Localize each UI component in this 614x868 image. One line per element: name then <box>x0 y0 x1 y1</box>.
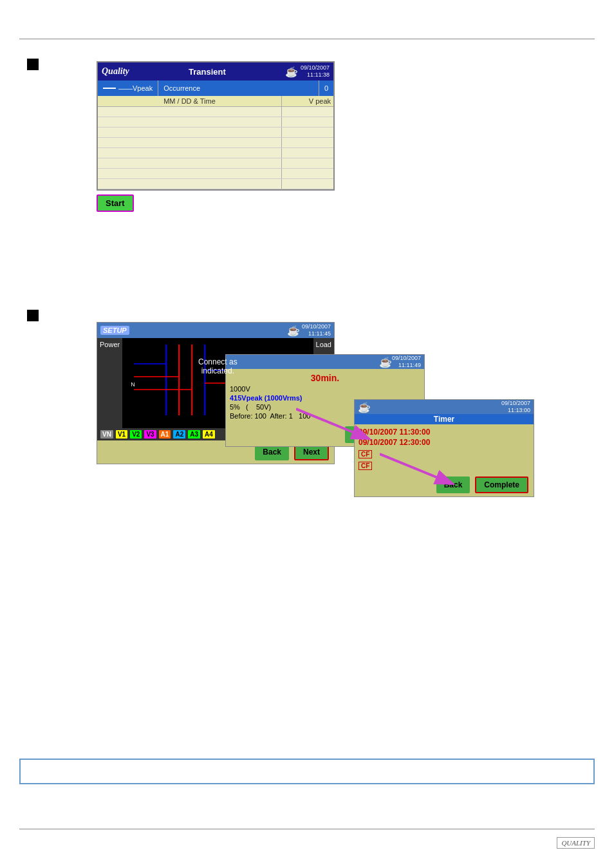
svg-text:N: N <box>131 381 135 388</box>
transient-screen-header: Quality Transient ☕ 09/10/200711:11:38 <box>98 62 333 80</box>
table-row <box>98 148 333 158</box>
ch-v3: V3 <box>144 430 156 439</box>
ch-a2: A2 <box>173 430 185 439</box>
table-row <box>98 158 333 169</box>
timer-label: Timer <box>355 414 534 424</box>
table-row <box>98 169 333 179</box>
cf-badge2: CF <box>358 462 372 470</box>
note-box <box>19 759 595 784</box>
setup-coffee-icon: ☕ <box>287 325 300 337</box>
setup2-header: ☕ 09/10/200711:11:49 <box>226 355 424 369</box>
setup-power-label: Power <box>97 338 122 428</box>
setup-logo: SETUP <box>100 326 129 335</box>
setup3-datetime: 09/10/200711:13:00 <box>501 400 530 414</box>
ch-a3: A3 <box>188 430 200 439</box>
setup3-header: ☕ 09/10/200711:13:00 <box>355 400 534 414</box>
setup2-row: 1000V <box>230 384 420 393</box>
svg-line-14 <box>380 454 451 483</box>
setup1-datetime: 09/10/200711:11:45 <box>302 323 331 337</box>
ch-vn: VN <box>100 430 113 439</box>
setup2-time: 30min. <box>230 372 420 384</box>
arrow1-container <box>296 406 373 447</box>
transient-datetime: 09/10/200711:11:38 <box>301 64 330 79</box>
col-mmdd-header: MM / DD & Time <box>98 96 282 106</box>
arrow2-svg <box>380 451 457 489</box>
timer-date2: 09/10/2007 12:30:00 <box>358 437 530 448</box>
cf-badge1: CF <box>358 450 372 458</box>
table-row <box>98 107 333 117</box>
start-btn-area: Start <box>97 194 341 212</box>
setup2-val1: 1000V <box>230 385 250 393</box>
section1-transient-screen: Quality Transient ☕ 09/10/200711:11:38 —… <box>97 61 341 212</box>
table-row <box>98 127 333 138</box>
setup-connect-text: Connect asindicated. <box>198 357 237 375</box>
transient-table: MM / DD & Time V peak <box>98 96 333 189</box>
table-row <box>98 138 333 148</box>
quality-logo: Quality <box>102 66 129 77</box>
ch-v2: V2 <box>130 430 142 439</box>
col-vpeak-header: V peak <box>282 96 333 106</box>
transient-title: Transient <box>189 67 226 77</box>
step2-indicator <box>27 310 39 321</box>
section2-container: SETUP ☕ 09/10/200711:11:45 Power <box>97 322 599 573</box>
arrow1-svg <box>296 406 373 444</box>
coffee-icon: ☕ <box>285 66 298 78</box>
setup2-val3: 5% ( 50V) <box>230 403 271 411</box>
step1-indicator <box>27 59 39 70</box>
bottom-rule <box>19 829 595 829</box>
ch-a1: A1 <box>159 430 171 439</box>
setup2-datetime: 09/10/200711:11:49 <box>392 355 421 369</box>
timer-date1: 09/10/2007 11:30:00 <box>358 427 530 437</box>
setup2-coffee-icon: ☕ <box>379 356 392 368</box>
table-row <box>98 117 333 127</box>
transient-screen-frame: Quality Transient ☕ 09/10/200711:11:38 —… <box>97 61 335 191</box>
ch-v1: V1 <box>116 430 127 439</box>
svg-line-12 <box>296 409 367 438</box>
arrow2-container <box>380 451 457 492</box>
transient-table-header: MM / DD & Time V peak <box>98 96 333 107</box>
ch-a4: A4 <box>203 430 215 439</box>
tab-vpeak: ——Vpeak <box>98 80 158 96</box>
setup2-val2: 415Vpeak (1000Vrms) <box>230 394 302 402</box>
setup-screen1-header: SETUP ☕ 09/10/200711:11:45 <box>97 323 334 338</box>
tab-occurrence: Occurrence <box>158 80 319 96</box>
transient-tabs: ——Vpeak Occurrence 0 <box>98 80 333 96</box>
top-rule <box>19 39 595 39</box>
quality-watermark: QUALITY <box>557 837 595 849</box>
table-row <box>98 179 333 189</box>
start-button[interactable]: Start <box>97 194 134 212</box>
setup3-complete-button[interactable]: Complete <box>475 476 528 493</box>
tab-count: 0 <box>319 80 333 96</box>
